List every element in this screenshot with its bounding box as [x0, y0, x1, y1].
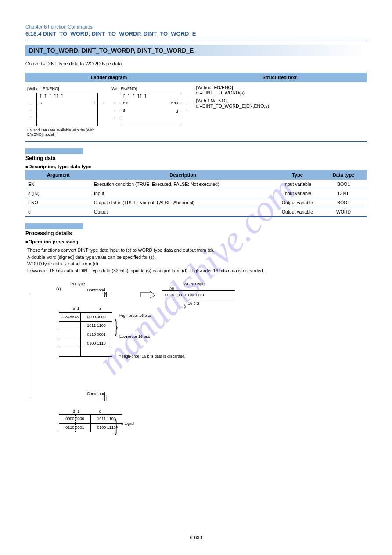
params-table: Argument Description Type Data type ENEx… — [25, 170, 367, 217]
ladder-with-eno: [With EN/ENO] [ ]=[ ][ ] EN s ENO d — [109, 82, 192, 141]
ladder-title: [With EN/ENO] — [111, 87, 191, 91]
contact-normal: —| |— — [99, 394, 111, 401]
processing-diagram: INT type WORD type (s) (d) Command —|↑|—… — [25, 282, 367, 449]
int-type-label: INT type — [70, 282, 85, 286]
table-row: 0100 1110 — [59, 339, 112, 348]
table-row: 1011 1100 — [59, 321, 112, 330]
s-header-b: s — [99, 306, 101, 311]
st-cell: [Without EN/ENO] d:=DINT_TO_WORD(s); [Wi… — [192, 82, 367, 141]
st-header: Structured text — [192, 73, 367, 82]
d-memory-table: 0000 00001011 1100 0110 00010100 1110 — [59, 414, 122, 432]
intro-text: Converts DINT type data to WORD type dat… — [25, 61, 367, 67]
processing-bullets: These functions convert DINT type data i… — [25, 247, 367, 275]
contact-rising: —|↑|— — [99, 290, 111, 297]
integral-label: Integral — [121, 421, 134, 426]
table-row: ENExecution condition (TRUE: Executed, F… — [25, 180, 367, 189]
table-row: [Without EN/ENO] [ ]=[ ][ ] s d EN and E… — [25, 82, 367, 141]
ladder-title: [Without EN/ENO] — [27, 87, 107, 91]
title-band: DINT_TO_WORD, DINT_TO_WORDP, DINT_TO_WOR… — [25, 45, 367, 56]
table-row: ENOOutput status (TRUE: Normal, FALSE: A… — [25, 198, 367, 207]
table-row: 0000 00001011 1100 — [59, 414, 122, 423]
table-row: 0110 0001 — [59, 330, 112, 339]
word-type-label: WORD type — [183, 282, 205, 286]
setting-data-title: Setting data — [25, 155, 367, 161]
d-header-a: d+1 — [73, 409, 79, 414]
svg-marker-0 — [140, 291, 155, 298]
s-symbol: (s) — [56, 287, 61, 291]
ladder-note: EN and ENO are available with the [With … — [27, 128, 107, 137]
ladder-box: [ ]=[ ][ ] EN s ENO d — [120, 93, 181, 126]
symbology-table: Ladder diagram Structured text [Without … — [25, 73, 367, 142]
col-arg: Argument — [25, 170, 91, 180]
output-box: 0110 0001 0100 1110 — [162, 290, 235, 299]
processing-band — [25, 223, 83, 229]
section-title[interactable]: 6.18.4 DINT_TO_WORD, DINT_TO_WORDP, DINT… — [25, 30, 367, 37]
processing-title: Processing details — [25, 230, 367, 236]
discard-note: * High-order 16 bits data is discarded. — [119, 354, 186, 359]
section-rule — [25, 40, 367, 40]
bullet-item: WORD type data is output from (d). — [27, 261, 367, 268]
page-number: 6-633 — [0, 535, 392, 540]
table-row: Argument Description Type Data type — [25, 170, 367, 180]
bullet-item: A double word [signed] data type value c… — [27, 254, 367, 261]
ladder-box: [ ]=[ ][ ] s d — [36, 93, 98, 126]
s-memory-table: 123456780000 0000 1011 1100 0110 0001 01… — [59, 312, 112, 357]
ladder-without-eno: [Without EN/ENO] [ ]=[ ][ ] s d EN and E… — [25, 82, 109, 141]
rail-left — [30, 294, 30, 398]
low-16-label: Low-order 16 bits — [119, 334, 150, 339]
col-type: Type — [274, 170, 320, 180]
arrowhead-icon — [126, 335, 130, 339]
table-row — [59, 348, 112, 356]
setting-data-band — [25, 148, 83, 154]
bullet-item: Low-order 16 bits data of DINT type data… — [27, 268, 367, 275]
setting-data-sub: ■Description, type, data type — [25, 164, 367, 169]
ladder-header: Ladder diagram — [25, 73, 192, 82]
table-row: 123456780000 0000 — [59, 312, 112, 321]
col-dtype: Data type — [320, 170, 367, 180]
chapter-label: Chapter 6 Function Commands — [25, 24, 367, 29]
bullet-item: These functions convert DINT type data i… — [27, 247, 367, 254]
table-row: Ladder diagram Structured text — [25, 73, 367, 82]
ladder-box-label: [ ]=[ ][ ] — [40, 94, 95, 99]
high-16-label: High-order 16 bits — [119, 313, 151, 318]
table-row: 0110 00010100 1110 — [59, 423, 122, 432]
col-desc: Description — [91, 170, 274, 180]
s-header-a: s+1 — [73, 306, 79, 311]
table-row: dOutputOutput variableWORD — [25, 207, 367, 217]
table-row: s (IN)InputInput variableDINT — [25, 189, 367, 198]
processing-sub: ■Operation processing — [25, 239, 367, 244]
arrow-right-icon — [140, 291, 155, 298]
d-header-b: d — [99, 409, 101, 414]
